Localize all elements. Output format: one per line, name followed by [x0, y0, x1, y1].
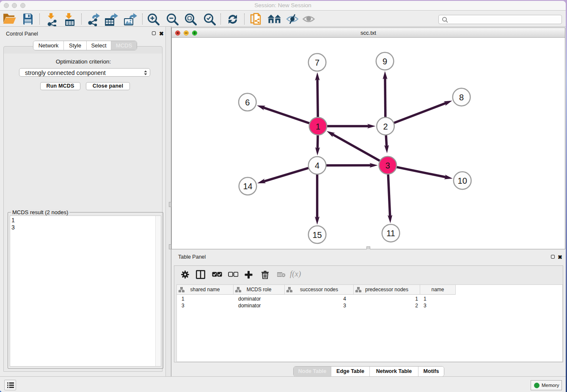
svg-text:10: 10 [458, 176, 467, 185]
svg-text:1: 1 [316, 122, 320, 131]
svg-text:3: 3 [385, 161, 390, 170]
svg-text:4: 4 [315, 161, 319, 170]
svg-text:9: 9 [383, 57, 387, 66]
svg-text:14: 14 [243, 182, 252, 191]
svg-text:7: 7 [315, 58, 319, 67]
svg-text:6: 6 [245, 98, 250, 107]
svg-text:15: 15 [312, 230, 322, 240]
svg-text:8: 8 [459, 93, 464, 102]
svg-text:2: 2 [383, 122, 388, 131]
svg-text:11: 11 [386, 229, 395, 238]
